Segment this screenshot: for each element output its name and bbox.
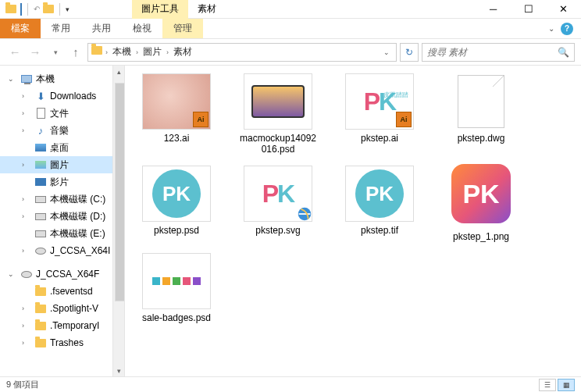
refresh-button[interactable]: ↻ bbox=[400, 43, 419, 62]
close-button[interactable]: ✕ bbox=[546, 0, 581, 19]
tree-drive-c[interactable]: ›本機磁碟 (C:) bbox=[0, 191, 124, 208]
up-button[interactable]: ↑ bbox=[67, 44, 84, 61]
tree-desktop[interactable]: 桌面 bbox=[0, 139, 124, 156]
back-button[interactable]: ← bbox=[6, 44, 23, 61]
location-icon bbox=[91, 46, 104, 59]
qat-dropdown-icon[interactable]: ▾ bbox=[66, 5, 70, 13]
file-item[interactable]: PK pkstep.tif bbox=[340, 166, 419, 242]
file-item[interactable]: PK pkstep.psd bbox=[137, 166, 216, 242]
help-icon[interactable]: ? bbox=[561, 23, 573, 35]
file-item[interactable]: PK皮凱踏踏Ai pkstep.ai bbox=[340, 73, 419, 155]
tree-fsevents[interactable]: .fseventsd bbox=[0, 283, 124, 300]
tree-this-pc[interactable]: ⌄本機 bbox=[0, 70, 124, 87]
view-tab[interactable]: 檢視 bbox=[122, 19, 162, 38]
file-name: 123.ai bbox=[164, 133, 190, 144]
tree-label: 影片 bbox=[50, 176, 69, 189]
tree-label: .TemporaryI bbox=[50, 320, 99, 331]
file-thumbnail: PK bbox=[447, 159, 515, 228]
address-history-icon[interactable]: ⌄ bbox=[380, 48, 393, 56]
search-input[interactable] bbox=[427, 47, 558, 58]
sidebar-scrollbar[interactable]: ▴ ▾ bbox=[112, 66, 124, 376]
share-tab[interactable]: 共用 bbox=[81, 19, 122, 38]
file-pane[interactable]: Ai 123.ai macmockup14092016.psd PK皮凱踏踏Ai… bbox=[125, 66, 581, 376]
manage-tab[interactable]: 管理 bbox=[162, 19, 203, 38]
folder-icon bbox=[34, 337, 47, 349]
file-item[interactable]: pkstep.dwg bbox=[442, 73, 520, 155]
tree-drive-d[interactable]: ›本機磁碟 (D:) bbox=[0, 208, 124, 225]
breadcrumb-current[interactable]: 素材 bbox=[170, 45, 195, 59]
main-area: ⌄本機 ›⬇Downloads ›文件 ›♪音樂 桌面 ›圖片 影片 ›本機磁碟… bbox=[0, 66, 581, 376]
window-title: 素材 bbox=[188, 0, 226, 19]
address-bar[interactable]: › 本機 › 圖片 › 素材 ⌄ bbox=[87, 43, 397, 62]
file-item[interactable]: macmockup14092016.psd bbox=[239, 73, 317, 155]
tree-videos[interactable]: 影片 bbox=[0, 173, 124, 191]
minimize-button[interactable]: ─ bbox=[476, 0, 511, 19]
document-icon bbox=[34, 107, 47, 119]
breadcrumb-pc[interactable]: 本機 bbox=[109, 45, 134, 59]
drive-icon bbox=[34, 210, 47, 223]
tree-pictures[interactable]: ›圖片 bbox=[0, 156, 124, 173]
file-name: macmockup14092016.psd bbox=[239, 133, 317, 155]
breadcrumb-pictures[interactable]: 圖片 bbox=[140, 45, 165, 59]
window-controls: ─ ☐ ✕ bbox=[476, 0, 581, 19]
search-icon[interactable]: 🔍 bbox=[558, 47, 569, 58]
tree-drive-e[interactable]: 本機磁碟 (E:) bbox=[0, 225, 124, 242]
file-name: sale-badges.psd bbox=[142, 312, 211, 323]
maximize-button[interactable]: ☐ bbox=[511, 0, 546, 19]
tree-music[interactable]: ›♪音樂 bbox=[0, 122, 124, 139]
scroll-thumb[interactable] bbox=[115, 83, 125, 301]
search-box[interactable]: 🔍 bbox=[422, 43, 575, 62]
desktop-icon bbox=[34, 141, 47, 154]
undo-icon[interactable]: ↶ bbox=[34, 5, 40, 13]
tree-spotlight[interactable]: ›.Spotlight-V bbox=[0, 300, 124, 317]
status-bar: 9 個項目 ☰ ▦ bbox=[0, 376, 581, 392]
ai-badge-icon: Ai bbox=[396, 112, 412, 127]
file-thumbnail bbox=[447, 73, 515, 130]
breadcrumb-separator[interactable]: › bbox=[136, 48, 138, 56]
disc-icon bbox=[34, 244, 47, 257]
ai-badge-icon: Ai bbox=[193, 112, 209, 127]
file-thumbnail bbox=[244, 73, 312, 130]
disc-icon bbox=[20, 268, 33, 280]
forward-button[interactable]: → bbox=[27, 44, 44, 61]
tree-jccsa2[interactable]: ⌄J_CCSA_X64F bbox=[0, 265, 124, 283]
app-icon bbox=[5, 3, 17, 16]
breadcrumb-separator[interactable]: › bbox=[166, 48, 169, 56]
save-icon[interactable] bbox=[20, 4, 22, 15]
file-item[interactable]: PK pkstep_1.png bbox=[442, 166, 520, 242]
tree-documents[interactable]: ›文件 bbox=[0, 105, 124, 122]
tree-temporary[interactable]: ›.TemporaryI bbox=[0, 317, 124, 334]
recent-dropdown-icon[interactable]: ▾ bbox=[47, 44, 64, 61]
folder-icon bbox=[34, 319, 47, 332]
tree-downloads[interactable]: ›⬇Downloads bbox=[0, 87, 124, 105]
home-tab[interactable]: 常用 bbox=[41, 19, 81, 38]
file-thumbnail: PK皮凱踏踏Ai bbox=[345, 73, 414, 130]
scroll-up-icon[interactable]: ▴ bbox=[113, 66, 124, 77]
icons-view-button[interactable]: ▦ bbox=[558, 379, 575, 391]
folder-icon bbox=[34, 285, 47, 298]
file-thumbnail: PK bbox=[345, 166, 414, 222]
file-item[interactable]: Ai 123.ai bbox=[137, 73, 216, 155]
scroll-down-icon[interactable]: ▾ bbox=[113, 365, 124, 376]
download-icon: ⬇ bbox=[34, 90, 47, 102]
title-context-tabs: 圖片工具 素材 bbox=[132, 0, 226, 19]
tree-label: Downloads bbox=[50, 91, 96, 102]
details-view-button[interactable]: ☰ bbox=[539, 379, 556, 391]
file-name: pkstep.psd bbox=[154, 225, 199, 236]
redo-icon[interactable] bbox=[43, 5, 54, 13]
breadcrumb-separator[interactable]: › bbox=[105, 48, 108, 56]
tree-jccsa1[interactable]: ›J_CCSA_X64I bbox=[0, 242, 124, 259]
file-name: pkstep_1.png bbox=[453, 231, 509, 242]
context-tab-tools[interactable]: 圖片工具 bbox=[132, 0, 188, 19]
file-item[interactable]: PK pkstep.svg bbox=[239, 166, 317, 242]
tree-trashes[interactable]: ›Trashes bbox=[0, 334, 124, 351]
file-tab[interactable]: 檔案 bbox=[0, 19, 41, 38]
ribbon-expand-icon[interactable]: ⌄ bbox=[548, 24, 554, 33]
drive-icon bbox=[34, 193, 47, 205]
tree-label: 文件 bbox=[50, 107, 69, 120]
tree-label: J_CCSA_X64F bbox=[36, 269, 99, 280]
title-bar: ↶ ▾ 圖片工具 素材 ─ ☐ ✕ bbox=[0, 0, 581, 19]
file-item[interactable]: sale-badges.psd bbox=[137, 253, 216, 323]
quick-access-toolbar: ↶ ▾ bbox=[0, 3, 70, 16]
file-thumbnail bbox=[142, 253, 211, 309]
